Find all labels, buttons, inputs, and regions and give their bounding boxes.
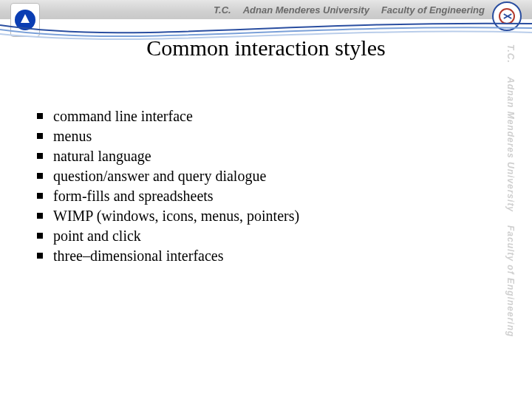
header-tc: T.C. xyxy=(214,4,231,16)
bullet-icon xyxy=(37,233,43,239)
bullet-icon xyxy=(37,173,43,179)
bullet-icon xyxy=(37,193,43,199)
side-watermark: T.C. Adnan Menderes University Faculty o… xyxy=(498,44,523,392)
watermark-faculty: Faculty of Engineering xyxy=(505,225,516,337)
list-item: command line interface xyxy=(37,106,473,126)
list-item: form-fills and spreadsheets xyxy=(37,186,473,206)
list-item-text: three–dimensional interfaces xyxy=(53,246,223,266)
logo-circle-icon xyxy=(15,10,35,30)
bullet-icon xyxy=(37,153,43,159)
faculty-logo-right xyxy=(492,1,522,31)
list-item-text: command line interface xyxy=(53,106,193,126)
list-item-text: form-fills and spreadsheets xyxy=(53,186,214,206)
list-item-text: WIMP (windows, icons, menus, pointers) xyxy=(53,206,299,226)
bullet-list: command line interface menus natural lan… xyxy=(37,106,473,266)
list-item-text: point and click xyxy=(53,226,141,246)
bullet-icon xyxy=(37,253,43,259)
list-item: natural language xyxy=(37,146,473,166)
list-item: menus xyxy=(37,126,473,146)
list-item-text: question/answer and query dialogue xyxy=(53,166,266,186)
slide-title: Common interaction styles xyxy=(0,35,532,61)
list-item: three–dimensional interfaces xyxy=(37,246,473,266)
header-university: Adnan Menderes University xyxy=(243,4,369,16)
university-logo-left xyxy=(10,3,40,37)
list-item: question/answer and query dialogue xyxy=(37,166,473,186)
gear-icon xyxy=(499,8,515,24)
watermark-university: Adnan Menderes University xyxy=(505,77,516,212)
watermark-tc: T.C. xyxy=(505,44,516,64)
list-item: point and click xyxy=(37,226,473,246)
slide-header: T.C. Adnan Menderes University Faculty o… xyxy=(0,0,532,19)
bullet-icon xyxy=(37,213,43,219)
list-item-text: menus xyxy=(53,126,92,146)
list-item: WIMP (windows, icons, menus, pointers) xyxy=(37,206,473,226)
list-item-text: natural language xyxy=(53,146,151,166)
header-faculty: Faculty of Engineering xyxy=(381,4,485,16)
bullet-icon xyxy=(37,113,43,119)
bullet-icon xyxy=(37,133,43,139)
